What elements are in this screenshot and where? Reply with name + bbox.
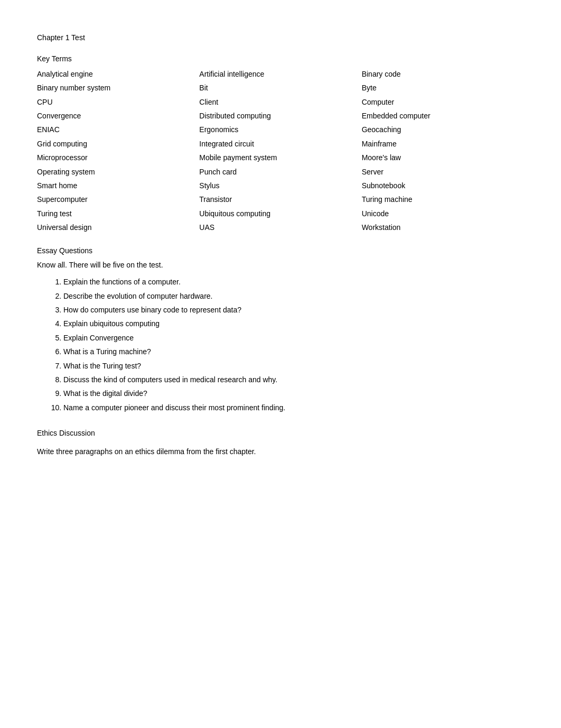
essay-question-item: Name a computer pioneer and discuss thei… xyxy=(63,401,524,414)
term-col2: Stylus xyxy=(199,179,361,192)
page-title: Chapter 1 Test xyxy=(37,32,524,43)
term-col2: Artificial intelligence xyxy=(199,67,361,81)
essay-question-item: Describe the evolution of computer hardw… xyxy=(63,289,524,303)
term-col2: Ubiquitous computing xyxy=(199,207,361,220)
term-col2: UAS xyxy=(199,220,361,234)
essay-heading: Essay Questions xyxy=(37,245,524,256)
term-col1: Universal design xyxy=(37,220,199,234)
term-col2: Distributed computing xyxy=(199,109,361,123)
term-col3: Binary code xyxy=(362,67,524,81)
term-col1: CPU xyxy=(37,95,199,109)
term-col3: Turing machine xyxy=(362,192,524,206)
term-col2: Mobile payment system xyxy=(199,151,361,164)
essay-question-item: Explain Convergence xyxy=(63,331,524,345)
essay-question-item: What is the digital divide? xyxy=(63,386,524,400)
essay-question-item: How do computers use binary code to repr… xyxy=(63,303,524,317)
term-col3: Workstation xyxy=(362,220,524,234)
term-col2: Bit xyxy=(199,81,361,95)
term-col3: Server xyxy=(362,165,524,179)
essay-questions-list: Explain the functions of a computer.Desc… xyxy=(63,275,524,414)
term-col3: Computer xyxy=(362,95,524,109)
essay-question-item: What is the Turing test? xyxy=(63,359,524,373)
term-col1: Smart home xyxy=(37,179,199,192)
essay-section: Essay Questions Know all. There will be … xyxy=(37,245,524,414)
term-col1: ENIAC xyxy=(37,123,199,136)
essay-question-item: Explain the functions of a computer. xyxy=(63,275,524,289)
term-col1: Operating system xyxy=(37,165,199,179)
term-col1: Analytical engine xyxy=(37,67,199,81)
term-col3: Geocaching xyxy=(362,123,524,136)
ethics-section: Ethics Discussion Write three paragraphs… xyxy=(37,427,524,457)
key-terms-grid: Analytical engineArtificial intelligence… xyxy=(37,67,524,235)
term-col2: Punch card xyxy=(199,165,361,179)
term-col1: Binary number system xyxy=(37,81,199,95)
term-col3: Byte xyxy=(362,81,524,95)
essay-question-item: Explain ubiquitous computing xyxy=(63,317,524,330)
ethics-heading: Ethics Discussion xyxy=(37,427,524,439)
term-col1: Turing test xyxy=(37,207,199,220)
term-col3: Embedded computer xyxy=(362,109,524,123)
term-col2: Ergonomics xyxy=(199,123,361,136)
ethics-body: Write three paragraphs on an ethics dile… xyxy=(37,446,524,457)
term-col3: Mainframe xyxy=(362,137,524,151)
term-col1: Convergence xyxy=(37,109,199,123)
key-terms-heading: Key Terms xyxy=(37,53,524,64)
term-col2: Transistor xyxy=(199,192,361,206)
term-col3: Unicode xyxy=(362,207,524,220)
term-col3: Subnotebook xyxy=(362,179,524,192)
essay-question-item: What is a Turing machine? xyxy=(63,345,524,358)
essay-question-item: Discuss the kind of computers used in me… xyxy=(63,373,524,386)
term-col3: Moore's law xyxy=(362,151,524,164)
term-col1: Microprocessor xyxy=(37,151,199,164)
term-col2: Integrated circuit xyxy=(199,137,361,151)
term-col1: Supercomputer xyxy=(37,192,199,206)
term-col2: Client xyxy=(199,95,361,109)
essay-subtitle: Know all. There will be five on the test… xyxy=(37,259,524,271)
term-col1: Grid computing xyxy=(37,137,199,151)
